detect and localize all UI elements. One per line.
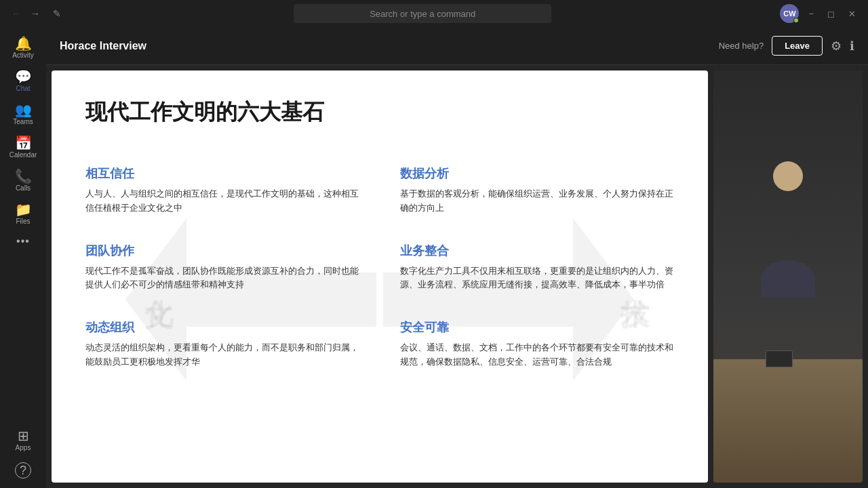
slide-item-security-text: 会议、通话、数据、文档，工作中的各个环节都要有安全可靠的技术和规范，确保数据隐私… <box>400 341 674 369</box>
title-bar: ← → ✎ Search or type a command CW − ◻ ✕ <box>0 0 868 27</box>
leave-button[interactable]: Leave <box>772 36 823 56</box>
sidebar-item-more[interactable]: ••• <box>3 232 43 251</box>
slide-item-data: 数据分析 基于数据的客观分析，能确保组织运营、业务发展、个人努力保持在正确的方向… <box>380 155 674 232</box>
meeting-actions: Need help? Leave ⚙ ℹ <box>719 36 854 56</box>
person-figure <box>713 70 863 483</box>
back-button[interactable]: ← <box>8 5 24 22</box>
slide-item-data-heading: 数据分析 <box>400 165 674 182</box>
chat-icon: 💬 <box>15 70 32 83</box>
slide-item-data-text: 基于数据的客观分析，能确保组织运营、业务发展、个人努力保持在正确的方向上 <box>400 187 674 216</box>
sidebar-item-chat[interactable]: 💬 Chat <box>3 66 43 96</box>
need-help-text[interactable]: Need help? <box>719 41 764 51</box>
forward-button[interactable]: → <box>27 5 43 22</box>
slide-title: 现代工作文明的六大基石 <box>85 98 674 127</box>
avatar-button[interactable]: CW <box>780 4 799 23</box>
video-panel <box>713 70 863 483</box>
sidebar-label-files: Files <box>16 218 30 225</box>
presentation-area: 现代工作文明的六大基石 文化 技术 相互信任 人与人、人与组织之间的相互信任，是… <box>46 65 868 488</box>
slide-item-trust: 相互信任 人与人、人与组织之间的相互信任，是现代工作文明的基础，这种相互信任植根… <box>85 155 380 232</box>
slide-container: 现代工作文明的六大基石 文化 技术 相互信任 人与人、人与组织之间的相互信任，是… <box>52 70 708 483</box>
sidebar-label-calls: Calls <box>16 184 31 192</box>
teams-icon: 👥 <box>15 103 32 117</box>
slide-item-integration-heading: 业务整合 <box>400 243 674 259</box>
maximize-button[interactable]: ◻ <box>823 9 839 19</box>
slide-item-teamwork: 团队协作 现代工作不是孤军奋战，团队协作既能形成资源互补的合力，同时也能提供人们… <box>85 232 380 309</box>
sidebar-item-calls[interactable]: 📞 Calls <box>3 165 43 196</box>
sidebar-item-calendar[interactable]: 📅 Calendar <box>3 132 43 163</box>
slide-item-security: 安全可靠 会议、通话、数据、文档，工作中的各个环节都要有安全可靠的技术和规范，确… <box>380 308 674 386</box>
search-bar[interactable]: Search or type a command <box>294 4 551 23</box>
help-icon: ? <box>15 462 31 479</box>
sidebar-item-apps[interactable]: ⊞ Apps <box>3 425 43 455</box>
slide-item-dynamic-text: 动态灵活的组织架构，更看重每个人的能力，而不是职务和部门归属，能鼓励员工更积极地… <box>85 341 366 369</box>
sidebar-label-calendar: Calendar <box>9 151 37 159</box>
sidebar-label-apps: Apps <box>16 444 31 451</box>
content-area: Horace Interview Need help? Leave ⚙ ℹ 现代… <box>46 27 868 488</box>
slide-grid: 相互信任 人与人、人与组织之间的相互信任，是现代工作文明的基础，这种相互信任植根… <box>85 155 674 386</box>
slide-item-integration-text: 数字化生产力工具不仅用来相互联络，更重要的是让组织内的人力、资源、业务流程、系统… <box>400 264 674 293</box>
activity-icon: 🔔 <box>15 37 32 50</box>
slide-item-teamwork-heading: 团队协作 <box>85 243 366 259</box>
compose-button[interactable]: ✎ <box>49 5 65 22</box>
files-icon: 📁 <box>15 203 32 216</box>
slide-item-dynamic: 动态组织 动态灵活的组织架构，更看重每个人的能力，而不是职务和部门归属，能鼓励员… <box>85 308 380 386</box>
sidebar-label-teams: Teams <box>13 118 33 125</box>
slide-item-teamwork-text: 现代工作不是孤军奋战，团队协作既能形成资源互补的合力，同时也能提供人们必不可少的… <box>85 264 366 293</box>
slide-item-dynamic-heading: 动态组织 <box>85 319 366 336</box>
title-bar-center: Search or type a command <box>65 4 780 23</box>
search-placeholder: Search or type a command <box>370 9 475 19</box>
nav-buttons: ← → <box>8 5 43 22</box>
sidebar-item-files[interactable]: 📁 Files <box>3 199 43 229</box>
more-icon: ••• <box>16 236 30 247</box>
sidebar-bottom: ⊞ Apps ? <box>3 425 43 488</box>
sidebar: 🔔 Activity 💬 Chat 👥 Teams 📅 Calendar 📞 C… <box>0 27 46 488</box>
sidebar-label-chat: Chat <box>16 85 30 92</box>
slide-item-integration: 业务整合 数字化生产力工具不仅用来相互联络，更重要的是让组织内的人力、资源、业务… <box>380 232 674 309</box>
presence-dot <box>793 18 799 23</box>
apps-icon: ⊞ <box>18 429 29 443</box>
close-button[interactable]: ✕ <box>844 9 860 19</box>
meeting-title: Horace Interview <box>60 40 146 52</box>
sidebar-item-activity[interactable]: 🔔 Activity <box>3 33 43 63</box>
slide-item-trust-text: 人与人、人与组织之间的相互信任，是现代工作文明的基础，这种相互信任植根于企业文化… <box>85 187 366 216</box>
sidebar-item-teams[interactable]: 👥 Teams <box>3 99 43 129</box>
meeting-header: Horace Interview Need help? Leave ⚙ ℹ <box>46 27 868 65</box>
settings-button[interactable]: ⚙ <box>831 39 842 54</box>
sidebar-item-help[interactable]: ? <box>3 458 43 483</box>
slide-item-trust-heading: 相互信任 <box>85 165 366 182</box>
minimize-button[interactable]: − <box>804 9 818 19</box>
video-box-main <box>713 70 863 483</box>
info-button[interactable]: ℹ <box>850 39 854 54</box>
slide-item-security-heading: 安全可靠 <box>400 319 674 336</box>
calendar-icon: 📅 <box>15 136 32 150</box>
calls-icon: 📞 <box>15 169 32 183</box>
main-layout: 🔔 Activity 💬 Chat 👥 Teams 📅 Calendar 📞 C… <box>0 27 868 488</box>
title-bar-left: ← → ✎ <box>8 5 65 22</box>
title-bar-right: CW − ◻ ✕ <box>780 4 860 23</box>
sidebar-label-activity: Activity <box>12 52 34 59</box>
